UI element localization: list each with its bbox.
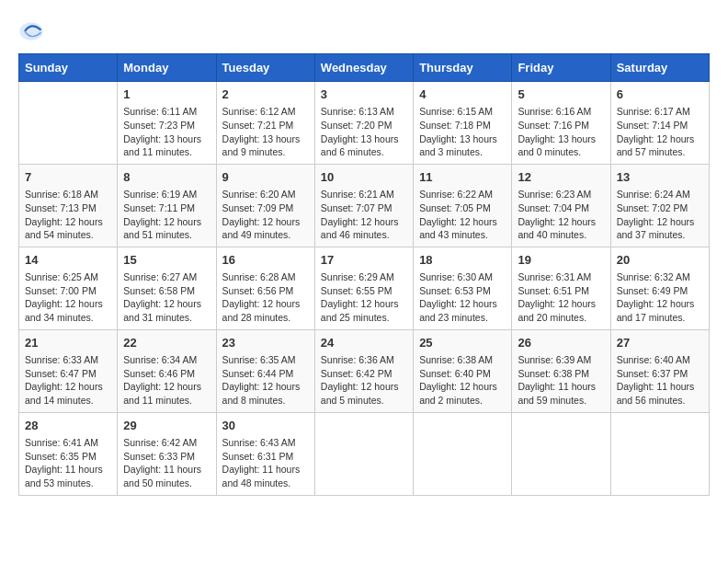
day-number: 29 bbox=[123, 418, 210, 434]
day-cell: 7Sunrise: 6:18 AM Sunset: 7:13 PM Daylig… bbox=[19, 164, 118, 247]
day-info: Sunrise: 6:18 AM Sunset: 7:13 PM Dayligh… bbox=[25, 188, 111, 242]
day-cell: 1Sunrise: 6:11 AM Sunset: 7:23 PM Daylig… bbox=[118, 82, 216, 165]
day-number: 6 bbox=[617, 86, 703, 103]
day-info: Sunrise: 6:24 AM Sunset: 7:02 PM Dayligh… bbox=[617, 188, 703, 242]
header-sunday: Sunday bbox=[19, 54, 118, 82]
day-cell: 28Sunrise: 6:41 AM Sunset: 6:35 PM Dayli… bbox=[19, 412, 118, 495]
day-cell: 27Sunrise: 6:40 AM Sunset: 6:37 PM Dayli… bbox=[610, 329, 709, 412]
day-cell: 3Sunrise: 6:13 AM Sunset: 7:20 PM Daylig… bbox=[314, 82, 413, 165]
header-saturday: Saturday bbox=[610, 54, 709, 82]
day-number: 14 bbox=[25, 252, 111, 269]
day-number: 27 bbox=[617, 335, 703, 351]
day-number: 20 bbox=[617, 252, 703, 269]
week-row-4: 21Sunrise: 6:33 AM Sunset: 6:47 PM Dayli… bbox=[19, 329, 710, 412]
day-cell: 23Sunrise: 6:35 AM Sunset: 6:44 PM Dayli… bbox=[216, 329, 314, 412]
week-row-1: 1Sunrise: 6:11 AM Sunset: 7:23 PM Daylig… bbox=[19, 82, 710, 165]
calendar-header-row: SundayMondayTuesdayWednesdayThursdayFrid… bbox=[19, 54, 710, 82]
day-number: 12 bbox=[518, 169, 604, 186]
day-info: Sunrise: 6:13 AM Sunset: 7:20 PM Dayligh… bbox=[321, 105, 407, 159]
day-info: Sunrise: 6:25 AM Sunset: 7:00 PM Dayligh… bbox=[25, 270, 111, 325]
day-cell: 26Sunrise: 6:39 AM Sunset: 6:38 PM Dayli… bbox=[512, 329, 610, 412]
day-number: 25 bbox=[419, 335, 506, 351]
day-info: Sunrise: 6:36 AM Sunset: 6:42 PM Dayligh… bbox=[321, 353, 407, 408]
day-number: 8 bbox=[123, 169, 210, 186]
day-cell: 22Sunrise: 6:34 AM Sunset: 6:46 PM Dayli… bbox=[118, 329, 216, 412]
day-cell: 2Sunrise: 6:12 AM Sunset: 7:21 PM Daylig… bbox=[216, 82, 314, 165]
day-cell: 20Sunrise: 6:32 AM Sunset: 6:49 PM Dayli… bbox=[610, 247, 709, 329]
day-info: Sunrise: 6:34 AM Sunset: 6:46 PM Dayligh… bbox=[123, 353, 210, 408]
day-info: Sunrise: 6:42 AM Sunset: 6:33 PM Dayligh… bbox=[123, 436, 210, 490]
day-info: Sunrise: 6:12 AM Sunset: 7:21 PM Dayligh… bbox=[222, 105, 309, 159]
day-cell: 30Sunrise: 6:43 AM Sunset: 6:31 PM Dayli… bbox=[216, 412, 314, 495]
logo-icon bbox=[18, 18, 44, 44]
day-cell bbox=[414, 412, 512, 495]
day-number: 30 bbox=[222, 418, 309, 434]
day-cell: 8Sunrise: 6:19 AM Sunset: 7:11 PM Daylig… bbox=[118, 164, 216, 247]
day-info: Sunrise: 6:15 AM Sunset: 7:18 PM Dayligh… bbox=[419, 105, 506, 159]
day-number: 24 bbox=[321, 335, 407, 351]
day-cell: 6Sunrise: 6:17 AM Sunset: 7:14 PM Daylig… bbox=[610, 82, 709, 165]
day-cell: 13Sunrise: 6:24 AM Sunset: 7:02 PM Dayli… bbox=[610, 164, 709, 247]
day-info: Sunrise: 6:23 AM Sunset: 7:04 PM Dayligh… bbox=[518, 188, 604, 242]
day-cell: 18Sunrise: 6:30 AM Sunset: 6:53 PM Dayli… bbox=[414, 247, 512, 329]
day-info: Sunrise: 6:40 AM Sunset: 6:37 PM Dayligh… bbox=[617, 353, 703, 408]
day-number: 10 bbox=[321, 169, 407, 186]
day-info: Sunrise: 6:28 AM Sunset: 6:56 PM Dayligh… bbox=[222, 270, 309, 325]
svg-point-0 bbox=[19, 22, 42, 40]
day-cell: 12Sunrise: 6:23 AM Sunset: 7:04 PM Dayli… bbox=[512, 164, 610, 247]
day-cell bbox=[19, 82, 118, 165]
header-monday: Monday bbox=[118, 54, 216, 82]
day-info: Sunrise: 6:39 AM Sunset: 6:38 PM Dayligh… bbox=[518, 353, 604, 408]
day-info: Sunrise: 6:21 AM Sunset: 7:07 PM Dayligh… bbox=[321, 188, 407, 242]
day-number: 22 bbox=[123, 335, 210, 351]
day-number: 13 bbox=[617, 169, 703, 186]
day-cell: 16Sunrise: 6:28 AM Sunset: 6:56 PM Dayli… bbox=[216, 247, 314, 329]
day-cell: 25Sunrise: 6:38 AM Sunset: 6:40 PM Dayli… bbox=[414, 329, 512, 412]
day-number: 26 bbox=[518, 335, 604, 351]
day-cell: 9Sunrise: 6:20 AM Sunset: 7:09 PM Daylig… bbox=[216, 164, 314, 247]
day-info: Sunrise: 6:41 AM Sunset: 6:35 PM Dayligh… bbox=[25, 436, 111, 490]
day-cell: 5Sunrise: 6:16 AM Sunset: 7:16 PM Daylig… bbox=[512, 82, 610, 165]
day-cell bbox=[512, 412, 610, 495]
week-row-3: 14Sunrise: 6:25 AM Sunset: 7:00 PM Dayli… bbox=[19, 247, 710, 329]
week-row-5: 28Sunrise: 6:41 AM Sunset: 6:35 PM Dayli… bbox=[19, 412, 710, 495]
day-number: 17 bbox=[321, 252, 407, 269]
day-number: 4 bbox=[419, 86, 506, 103]
day-number: 5 bbox=[518, 86, 604, 103]
header-thursday: Thursday bbox=[414, 54, 512, 82]
calendar-table: SundayMondayTuesdayWednesdayThursdayFrid… bbox=[18, 53, 710, 496]
day-cell: 15Sunrise: 6:27 AM Sunset: 6:58 PM Dayli… bbox=[118, 247, 216, 329]
header bbox=[18, 18, 710, 44]
day-cell: 24Sunrise: 6:36 AM Sunset: 6:42 PM Dayli… bbox=[314, 329, 413, 412]
day-cell: 10Sunrise: 6:21 AM Sunset: 7:07 PM Dayli… bbox=[314, 164, 413, 247]
day-number: 7 bbox=[25, 169, 111, 186]
day-info: Sunrise: 6:19 AM Sunset: 7:11 PM Dayligh… bbox=[123, 188, 210, 242]
header-friday: Friday bbox=[512, 54, 610, 82]
week-row-2: 7Sunrise: 6:18 AM Sunset: 7:13 PM Daylig… bbox=[19, 164, 710, 247]
day-number: 18 bbox=[419, 252, 506, 269]
day-number: 28 bbox=[25, 418, 111, 434]
day-info: Sunrise: 6:17 AM Sunset: 7:14 PM Dayligh… bbox=[617, 105, 703, 159]
day-number: 2 bbox=[222, 86, 309, 103]
day-info: Sunrise: 6:30 AM Sunset: 6:53 PM Dayligh… bbox=[419, 270, 506, 325]
day-number: 9 bbox=[222, 169, 309, 186]
logo bbox=[18, 18, 48, 44]
day-cell: 19Sunrise: 6:31 AM Sunset: 6:51 PM Dayli… bbox=[512, 247, 610, 329]
day-info: Sunrise: 6:22 AM Sunset: 7:05 PM Dayligh… bbox=[419, 188, 506, 242]
day-info: Sunrise: 6:31 AM Sunset: 6:51 PM Dayligh… bbox=[518, 270, 604, 325]
day-number: 11 bbox=[419, 169, 506, 186]
day-cell bbox=[610, 412, 709, 495]
day-number: 1 bbox=[123, 86, 210, 103]
day-number: 21 bbox=[25, 335, 111, 351]
day-cell: 29Sunrise: 6:42 AM Sunset: 6:33 PM Dayli… bbox=[118, 412, 216, 495]
day-info: Sunrise: 6:16 AM Sunset: 7:16 PM Dayligh… bbox=[518, 105, 604, 159]
day-info: Sunrise: 6:32 AM Sunset: 6:49 PM Dayligh… bbox=[617, 270, 703, 325]
day-info: Sunrise: 6:29 AM Sunset: 6:55 PM Dayligh… bbox=[321, 270, 407, 325]
day-info: Sunrise: 6:20 AM Sunset: 7:09 PM Dayligh… bbox=[222, 188, 309, 242]
day-cell: 21Sunrise: 6:33 AM Sunset: 6:47 PM Dayli… bbox=[19, 329, 118, 412]
day-info: Sunrise: 6:35 AM Sunset: 6:44 PM Dayligh… bbox=[222, 353, 309, 408]
day-number: 23 bbox=[222, 335, 309, 351]
day-info: Sunrise: 6:43 AM Sunset: 6:31 PM Dayligh… bbox=[222, 436, 309, 490]
day-cell bbox=[314, 412, 413, 495]
day-info: Sunrise: 6:11 AM Sunset: 7:23 PM Dayligh… bbox=[123, 105, 210, 159]
